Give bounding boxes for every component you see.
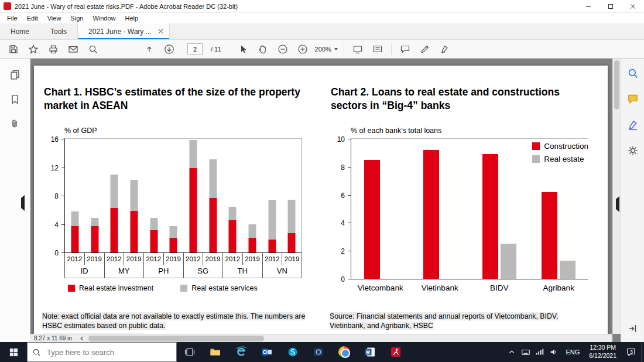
word-icon bbox=[364, 346, 376, 358]
pages-panel-button[interactable] bbox=[9, 68, 22, 81]
y-tick-label: 8 bbox=[341, 163, 345, 172]
scroll-left-button[interactable] bbox=[78, 336, 86, 341]
taskbar-search[interactable] bbox=[27, 342, 177, 362]
bar-segment bbox=[150, 218, 157, 231]
select-tool-icon bbox=[238, 44, 248, 54]
zoom-out-button[interactable] bbox=[275, 42, 290, 56]
bar-slot bbox=[262, 139, 282, 252]
minimize-button[interactable] bbox=[577, 0, 600, 13]
bar-pair bbox=[482, 154, 516, 279]
taskbar-acrobat[interactable] bbox=[383, 342, 409, 362]
menu-edit[interactable]: Edit bbox=[22, 15, 43, 22]
zoom-out-icon bbox=[278, 44, 288, 54]
taskbar-outlook[interactable] bbox=[254, 342, 280, 362]
start-button[interactable] bbox=[0, 342, 27, 362]
taskbar-chrome[interactable] bbox=[331, 342, 357, 362]
file-explorer-icon bbox=[210, 346, 221, 358]
legend-swatch bbox=[180, 285, 187, 292]
chart1-yaxis: 0481216 bbox=[42, 138, 64, 253]
x-group-label: MY bbox=[104, 265, 144, 278]
horizontal-scroll-thumb[interactable] bbox=[88, 336, 264, 341]
find-button[interactable] bbox=[85, 42, 101, 56]
select-tool-button[interactable] bbox=[235, 42, 251, 56]
active-tab-underline bbox=[78, 38, 169, 39]
system-tray: ENG 12:30 PM 6/12/2021 3 bbox=[505, 342, 644, 362]
tab-tools[interactable]: Tools bbox=[40, 23, 77, 39]
menu-window[interactable]: Window bbox=[88, 15, 120, 22]
menu-view[interactable]: View bbox=[43, 15, 66, 22]
bar bbox=[542, 192, 557, 279]
taskbar-skype[interactable] bbox=[280, 342, 306, 362]
collapse-left-panel-button[interactable] bbox=[21, 198, 25, 209]
highlight-button[interactable] bbox=[417, 42, 433, 56]
zoom-tools-button[interactable] bbox=[626, 67, 639, 80]
next-page-button[interactable] bbox=[162, 42, 177, 56]
chart1-plot bbox=[64, 138, 302, 253]
taskbar-internet-explorer[interactable] bbox=[228, 342, 254, 362]
email-button[interactable] bbox=[66, 42, 81, 56]
sign-button[interactable] bbox=[437, 42, 453, 56]
x-group-label: SG bbox=[183, 265, 223, 278]
horizontal-scroll-track[interactable] bbox=[86, 334, 612, 342]
taskbar-search-input[interactable] bbox=[46, 347, 160, 357]
tray-volume[interactable] bbox=[547, 342, 561, 362]
taskbar-camera-app[interactable] bbox=[306, 342, 331, 362]
maximize-button[interactable] bbox=[600, 0, 622, 13]
comment-button[interactable] bbox=[398, 42, 413, 56]
previous-page-button[interactable] bbox=[142, 42, 157, 56]
skype-icon bbox=[287, 346, 299, 358]
menu-file[interactable]: File bbox=[2, 15, 22, 22]
task-view-icon bbox=[184, 346, 196, 358]
x-group-label: VN bbox=[262, 265, 303, 278]
chart1-legend: Real estate investmentReal estate servic… bbox=[68, 284, 302, 292]
open-panel-icon bbox=[628, 323, 638, 334]
bar-slot bbox=[222, 139, 242, 252]
acrobat-app-icon bbox=[4, 2, 11, 10]
menu-bar: File Edit View Sign Window Help bbox=[0, 13, 644, 23]
tray-show-hidden-icons[interactable] bbox=[505, 342, 519, 362]
language-indicator[interactable]: ENG bbox=[561, 349, 584, 356]
close-button[interactable] bbox=[622, 0, 644, 13]
print-button[interactable] bbox=[46, 42, 61, 56]
attachments-panel-button[interactable] bbox=[9, 117, 22, 130]
menu-help[interactable]: Help bbox=[121, 15, 143, 22]
bar-stack bbox=[91, 218, 98, 252]
bar-slot bbox=[104, 139, 124, 252]
bar-segment bbox=[229, 207, 237, 220]
tray-network[interactable] bbox=[533, 342, 547, 362]
taskbar-file-explorer[interactable] bbox=[203, 342, 228, 362]
comment-tools-button[interactable] bbox=[626, 93, 639, 105]
tray-keyboard[interactable] bbox=[519, 342, 533, 362]
close-tab-icon bbox=[157, 28, 164, 35]
action-center-button[interactable]: 3 bbox=[621, 342, 641, 362]
sign-icon bbox=[440, 44, 450, 54]
more-tools-button[interactable] bbox=[626, 144, 639, 157]
save-button[interactable] bbox=[6, 42, 21, 56]
tab-close-button[interactable] bbox=[157, 28, 164, 35]
tab-home[interactable]: Home bbox=[0, 23, 40, 39]
collapse-right-panel-button[interactable] bbox=[616, 199, 619, 210]
windows-taskbar: ENG 12:30 PM 6/12/2021 3 bbox=[0, 342, 644, 362]
zoom-in-button[interactable] bbox=[295, 42, 310, 56]
x-tick-label: 2012 bbox=[64, 253, 84, 265]
star-button[interactable] bbox=[26, 42, 41, 56]
clock[interactable]: 12:30 PM 6/12/2021 bbox=[584, 344, 621, 360]
zoom-level-dropdown[interactable]: 200% bbox=[315, 46, 338, 53]
taskbar-task-view[interactable] bbox=[177, 342, 203, 362]
page-fit-button[interactable] bbox=[350, 42, 365, 56]
chevron-left-icon bbox=[80, 336, 84, 341]
page-display-button[interactable] bbox=[370, 42, 385, 56]
fill-sign-button[interactable] bbox=[626, 118, 639, 131]
page-total-label: / 11 bbox=[211, 46, 221, 53]
show-desktop-button[interactable] bbox=[641, 342, 644, 362]
vertical-scroll-thumb[interactable] bbox=[614, 60, 619, 110]
open-panel-button[interactable] bbox=[626, 322, 639, 335]
page-number-input[interactable] bbox=[187, 43, 203, 54]
x-tick-label: 2019 bbox=[242, 253, 262, 265]
hand-tool-button[interactable] bbox=[255, 42, 270, 56]
bookmarks-panel-button[interactable] bbox=[9, 93, 22, 105]
bar-slot bbox=[203, 139, 223, 252]
taskbar-word[interactable] bbox=[357, 342, 383, 362]
tab-document[interactable]: 2021 June - Wary ... bbox=[77, 23, 170, 39]
menu-sign[interactable]: Sign bbox=[66, 15, 88, 22]
